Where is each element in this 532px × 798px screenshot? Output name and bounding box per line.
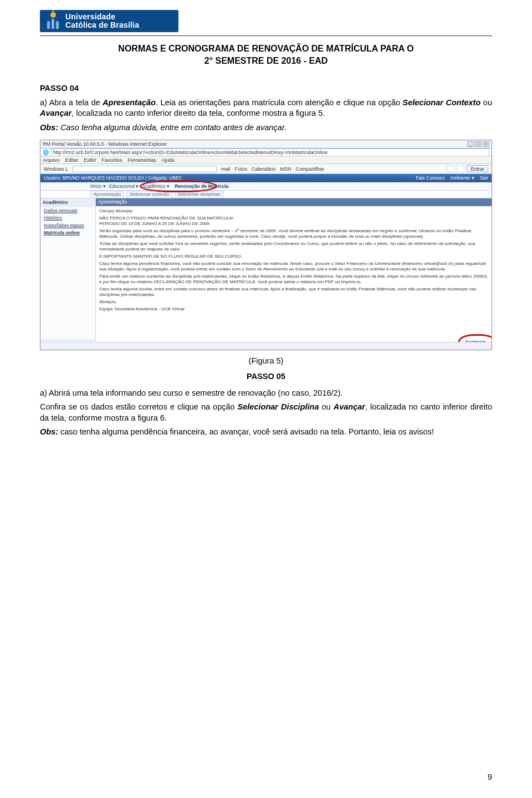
- sidebar-head-academico: Acadêmico: [40, 198, 95, 207]
- doc-subtitle: 2° SEMESTRE DE 2016 - EAD: [40, 55, 492, 67]
- close-icon[interactable]: ×: [483, 141, 489, 147]
- toolbar-msn[interactable]: MSN: [280, 166, 291, 172]
- menu-ferramentas[interactable]: Ferramentas: [128, 157, 156, 163]
- figure5-caption: (Figura 5): [40, 356, 492, 367]
- panel-title: Apresentação: [96, 198, 492, 206]
- menu-arquivo[interactable]: Arquivo: [43, 157, 60, 163]
- body-line: Para emitir um relatório contendo as dis…: [99, 274, 488, 285]
- address-bar[interactable]: http://rm2.ucb.br/Corpore.Net/Main.aspx?…: [51, 149, 489, 156]
- body-line: NÃO PERCA O PRAZO PARA RENOVAÇÃO DE SUA …: [99, 216, 488, 227]
- crumb-renovacao[interactable]: Renovação de Matrícula: [175, 183, 228, 189]
- menu-editar[interactable]: Editar: [65, 157, 79, 163]
- ie-statusbar: [40, 342, 492, 350]
- globe-icon: 🌐: [43, 149, 49, 156]
- link-sair[interactable]: Sair: [480, 175, 488, 181]
- toolbar-calendario[interactable]: Calendário: [252, 166, 276, 172]
- crumb-educacional[interactable]: Educacional ▾: [109, 183, 139, 190]
- sidebar-item-historico[interactable]: Histórico: [40, 214, 95, 222]
- body-line: Todas as disciplinas que você solicitar …: [99, 241, 488, 252]
- userbar-left: Usuário: BRUNO MARQUES MACEDO SOUZA | Co…: [44, 175, 182, 181]
- sidebar-item-notas[interactable]: Notas/faltas etapas: [40, 222, 95, 229]
- doc-title: NORMAS E CRONOGRAMA DE RENOVAÇÃO DE MATR…: [40, 43, 492, 55]
- passo04-heading: PASSO 04: [40, 83, 492, 94]
- txt: a) Abra a tela de: [40, 98, 103, 107]
- logo-line1: Universidade: [65, 13, 139, 21]
- signin-button[interactable]: Entrar: [467, 165, 488, 172]
- window-titlebar: RM Portal Versão 10.60.5.0 - Windows Int…: [40, 140, 492, 149]
- header-rule: [40, 35, 492, 36]
- passo05-obs: Obs: caso tenha alguma pendência finance…: [40, 427, 492, 438]
- main-panel: Apresentação Caro(a) Aluno(a): NÃO PERCA…: [96, 198, 492, 350]
- wizard-tabs: Apresentação Selecionar contexto Selecio…: [40, 191, 492, 198]
- term-apresentacao: Apresentação: [103, 98, 156, 107]
- crumb-highlight: Acadêmico ▾ Renovação de Matrícula: [142, 183, 228, 190]
- body-line: Caso tenha alguma pendência financeira, …: [99, 261, 488, 272]
- passo05-heading: PASSO 05: [40, 371, 492, 382]
- link-fale-conosco[interactable]: Fale Conosco: [416, 175, 444, 181]
- txt: ou: [480, 98, 492, 107]
- term-avancar-2: Avançar: [334, 402, 365, 411]
- passo05-a: a) Abrirá uma tela informando seu curso …: [40, 388, 492, 399]
- sidebar-item-matricula[interactable]: Matrícula online: [40, 229, 95, 237]
- figure-5-screenshot: RM Portal Versão 10.60.5.0 - Windows Int…: [40, 140, 492, 350]
- breadcrumb: Início ▾ Educacional ▾ Acadêmico ▾ Renov…: [40, 182, 492, 191]
- page-number: 9: [488, 771, 492, 782]
- address-bar-row: 🌐 http://rm2.ucb.br/Corpore.Net/Main.asp…: [40, 149, 492, 156]
- ie-menubar: Arquivo Editar Exibir Favoritos Ferramen…: [40, 156, 492, 164]
- toolbar-search-input[interactable]: [73, 166, 217, 172]
- passo04-a: a) Abra a tela de Apresentação. Leia as …: [40, 98, 492, 119]
- menu-ambiente[interactable]: Ambiente ▾: [451, 175, 474, 181]
- txt: Confira se os dados estão corretos e cli…: [40, 402, 238, 411]
- passo05-b: Confira se os dados estão corretos e cli…: [40, 402, 492, 423]
- obs-text: caso tenha alguma pendência financeira, …: [58, 427, 434, 436]
- sidebar: Acadêmico Dados pessoais Histórico Notas…: [40, 198, 96, 350]
- maximize-icon[interactable]: □: [475, 141, 482, 147]
- body-line: Serão sugeridas para você as disciplinas…: [99, 228, 488, 239]
- logo-icon: [45, 12, 61, 30]
- passo04-obs: Obs: Caso tenha alguma dúvida, entre em …: [40, 122, 492, 134]
- minimize-icon[interactable]: _: [467, 141, 474, 147]
- obs-label: Obs:: [40, 123, 58, 132]
- toolbar-brand: Windows L: [44, 166, 68, 172]
- tab-selecionar-disciplinas[interactable]: Selecionar disciplinas: [175, 191, 224, 198]
- body-line: É IMPORTANTE MANTER-SE NO FLUXO REGULAR …: [99, 254, 488, 259]
- logo-line2: Católica de Brasília: [65, 21, 139, 29]
- txt: , localizada no canto inferior direito d…: [71, 109, 325, 117]
- ie-toolbar: Windows L mail Fotos Calendário MSN Comp…: [40, 164, 492, 174]
- university-logo: Universidade Católica de Brasília: [40, 10, 178, 32]
- toolbar-fotos[interactable]: Fotos: [235, 166, 248, 172]
- menu-exibir[interactable]: Exibir: [84, 157, 96, 163]
- menu-ajuda[interactable]: Ajuda: [162, 157, 175, 163]
- crumb-academico[interactable]: Acadêmico ▾: [142, 183, 169, 189]
- body-line: Abraços,: [99, 299, 488, 305]
- term-selecionar-disciplina: Selecionar Disciplina: [238, 402, 319, 411]
- toolbar-icon[interactable]: [457, 166, 464, 172]
- body-line: Caro(a) Aluno(a):: [99, 208, 488, 214]
- tab-apresentacao[interactable]: Apresentação: [90, 191, 124, 198]
- sidebar-item-dados[interactable]: Dados pessoais: [40, 207, 95, 214]
- obs-label: Obs:: [40, 427, 58, 436]
- toolbar-mail[interactable]: mail: [221, 166, 231, 172]
- toolbar-compartilhar[interactable]: Compartilhar: [296, 166, 325, 172]
- crumb-inicio[interactable]: Início ▾: [90, 183, 106, 190]
- window-controls: _ □ ×: [467, 141, 489, 147]
- toolbar-icon[interactable]: [447, 166, 454, 172]
- menu-favoritos[interactable]: Favoritos: [102, 157, 122, 163]
- body-line: Caso tenha alguma dúvida, entre em conta…: [99, 287, 488, 298]
- tab-selecionar-contexto[interactable]: Selecionar contexto: [126, 191, 172, 198]
- body-line: Equipe Secretaria Acadêmica - UCB Virtua…: [99, 306, 488, 312]
- portal-userbar: Usuário: BRUNO MARQUES MACEDO SOUZA | Co…: [40, 174, 492, 182]
- term-avancar: Avançar: [40, 109, 71, 117]
- obs-text: Caso tenha alguma dúvida, entre em conta…: [58, 123, 287, 132]
- term-selecionar-contexto: Selecionar Contexto: [403, 98, 481, 107]
- txt: . Leia as orientações para matrícula com…: [156, 98, 403, 107]
- txt: ou: [319, 402, 333, 411]
- window-title: RM Portal Versão 10.60.5.0 - Windows Int…: [43, 141, 167, 147]
